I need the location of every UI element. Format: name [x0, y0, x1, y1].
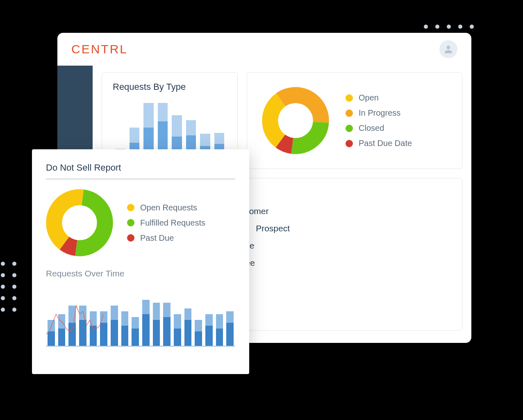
hbar-label: Prospect [256, 224, 290, 233]
legend-swatch [346, 125, 353, 132]
legend-swatch [346, 110, 353, 117]
bar [226, 288, 234, 346]
bar [163, 288, 171, 346]
legend-item: Past Due [127, 233, 205, 243]
legend-swatch [127, 234, 134, 242]
svg-point-3 [270, 95, 321, 146]
legend-label: Open Requests [140, 203, 197, 212]
bar [121, 288, 129, 346]
bar [184, 288, 192, 346]
legend-label: Open [359, 93, 379, 103]
bar [216, 288, 223, 346]
bar [132, 288, 139, 346]
app-header: CENTRL [57, 33, 471, 66]
bar [153, 288, 160, 346]
bar [205, 288, 213, 346]
svg-point-6 [54, 197, 105, 248]
legend-label: In Progress [359, 108, 400, 118]
legend-item: Open Requests [127, 203, 205, 212]
bar [174, 288, 181, 346]
legend-label: Past Due [140, 233, 174, 243]
deco-dots-left [1, 262, 16, 312]
donut-chart-dns [46, 189, 113, 256]
legend-item: In Progress [346, 108, 412, 118]
legend-label: Closed [359, 123, 384, 133]
legend-swatch [346, 140, 353, 147]
bar [195, 288, 202, 346]
legend-dns: Open RequestsFulfilled RequestsPast Due [127, 203, 205, 243]
legend-item: Past Due Date [346, 139, 412, 148]
bar [111, 288, 118, 346]
overlay-title: Do Not Sell Report [46, 162, 235, 173]
legend-item: Open [346, 93, 412, 103]
legend-item: Fulfilled Requests [127, 218, 205, 228]
card-status-donut: OpenIn ProgressClosedPast Due Date [247, 72, 462, 169]
combo-chart-requests-over-time [46, 284, 235, 350]
legend-status: OpenIn ProgressClosedPast Due Date [346, 93, 412, 148]
legend-swatch [127, 204, 134, 211]
legend-item: Closed [346, 123, 412, 133]
legend-label: Past Due Date [359, 139, 412, 148]
donut-chart-status [262, 87, 329, 154]
divider [46, 179, 235, 179]
app-logo: CENTRL [71, 42, 128, 56]
card-do-not-sell: Do Not Sell Report Open RequestsFulfille… [32, 149, 249, 374]
subtitle-requests-over-time: Requests Over Time [46, 269, 235, 278]
user-icon [443, 44, 454, 55]
deco-dots-top [424, 25, 474, 29]
card-title: Requests By Type [113, 82, 227, 92]
legend-swatch [127, 219, 134, 226]
legend-swatch [346, 94, 353, 102]
avatar[interactable] [439, 40, 457, 58]
legend-label: Fulfilled Requests [140, 218, 205, 228]
bar [142, 288, 150, 346]
